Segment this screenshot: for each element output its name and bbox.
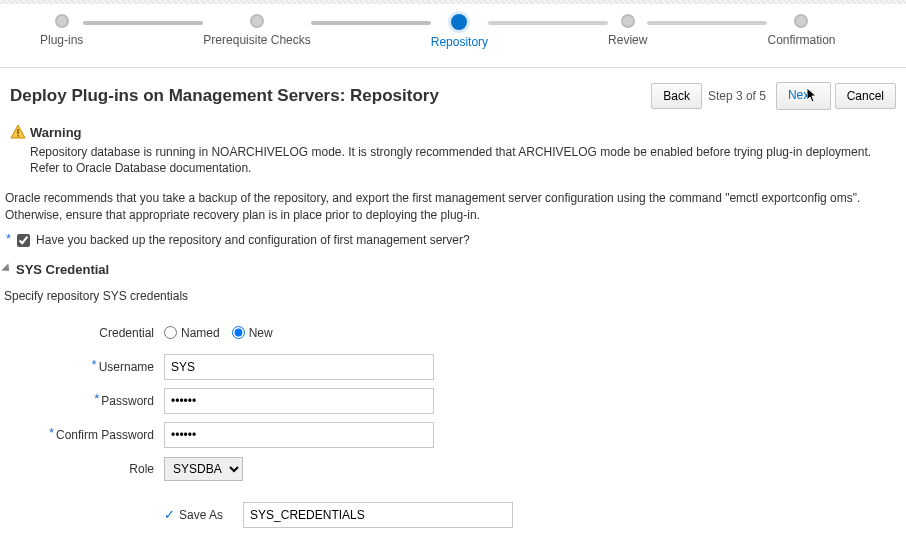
train-step-review[interactable]: Review bbox=[608, 14, 647, 47]
next-button[interactable]: Next bbox=[776, 82, 831, 110]
save-as-label[interactable]: Save As bbox=[179, 508, 223, 522]
step-dot-icon bbox=[55, 14, 69, 28]
wizard-train: Plug-ins Prerequisite Checks Repository … bbox=[0, 4, 906, 68]
warning-text: Repository database is running in NOARCH… bbox=[30, 144, 896, 176]
confirm-password-row: *Confirm Password bbox=[4, 421, 906, 449]
username-input[interactable] bbox=[164, 354, 434, 380]
step-dot-icon bbox=[451, 14, 467, 30]
save-as-input[interactable] bbox=[243, 502, 513, 528]
required-marker: * bbox=[92, 357, 97, 372]
step-dot-icon bbox=[794, 14, 808, 28]
backup-confirm-row: * Have you backed up the repository and … bbox=[0, 229, 906, 258]
page-title: Deploy Plug-ins on Management Servers: R… bbox=[10, 86, 647, 106]
save-as-row: ✓ Save As bbox=[4, 501, 906, 529]
step-label: Plug-ins bbox=[40, 33, 83, 47]
sys-credential-section-header[interactable]: SYS Credential bbox=[0, 258, 906, 281]
credential-form: Credential Named New *Username *Password… bbox=[0, 319, 906, 529]
disclosure-triangle-icon bbox=[1, 264, 12, 275]
confirm-password-label: Confirm Password bbox=[56, 428, 154, 442]
svg-rect-0 bbox=[17, 129, 19, 134]
svg-rect-1 bbox=[17, 135, 19, 137]
role-label: Role bbox=[129, 462, 154, 476]
step-label: Prerequisite Checks bbox=[203, 33, 310, 47]
back-button[interactable]: Back bbox=[651, 83, 702, 109]
credential-new-option[interactable]: New bbox=[232, 326, 273, 340]
required-marker: * bbox=[6, 231, 11, 246]
sys-credential-subtext: Specify repository SYS credentials bbox=[0, 281, 906, 313]
credential-new-radio[interactable] bbox=[232, 326, 245, 339]
train-step-repository[interactable]: Repository bbox=[431, 14, 488, 49]
step-label: Review bbox=[608, 33, 647, 47]
credential-named-option[interactable]: Named bbox=[164, 326, 220, 340]
credential-type-row: Credential Named New bbox=[4, 319, 906, 347]
username-row: *Username bbox=[4, 353, 906, 381]
credential-named-radio[interactable] bbox=[164, 326, 177, 339]
backup-checkbox[interactable] bbox=[17, 234, 30, 247]
train-step-prereq[interactable]: Prerequisite Checks bbox=[203, 14, 310, 47]
role-row: Role SYSDBA bbox=[4, 455, 906, 483]
confirm-password-input[interactable] bbox=[164, 422, 434, 448]
credential-named-label: Named bbox=[181, 326, 220, 340]
warning-icon bbox=[10, 124, 26, 140]
warning-heading: Warning bbox=[30, 125, 82, 140]
step-label: Confirmation bbox=[767, 33, 835, 47]
required-marker: * bbox=[94, 391, 99, 406]
check-icon: ✓ bbox=[164, 507, 175, 522]
step-dot-icon bbox=[250, 14, 264, 28]
train-step-plugins[interactable]: Plug-ins bbox=[40, 14, 83, 47]
backup-checkbox-label: Have you backed up the repository and co… bbox=[36, 233, 470, 247]
step-dot-icon bbox=[621, 14, 635, 28]
credential-label: Credential bbox=[4, 326, 164, 340]
required-marker: * bbox=[49, 425, 54, 440]
train-connector bbox=[83, 21, 203, 25]
page-header: Deploy Plug-ins on Management Servers: R… bbox=[0, 68, 906, 120]
sys-credential-heading: SYS Credential bbox=[16, 262, 109, 277]
cursor-icon bbox=[807, 88, 819, 104]
role-select[interactable]: SYSDBA bbox=[164, 457, 243, 481]
password-label: Password bbox=[101, 394, 154, 408]
train-connector bbox=[311, 21, 431, 25]
recommendation-text: Oracle recommends that you take a backup… bbox=[0, 180, 906, 228]
cancel-button[interactable]: Cancel bbox=[835, 83, 896, 109]
password-input[interactable] bbox=[164, 388, 434, 414]
step-indicator: Step 3 of 5 bbox=[708, 89, 766, 103]
train-connector bbox=[488, 21, 608, 25]
train-connector bbox=[647, 21, 767, 25]
password-row: *Password bbox=[4, 387, 906, 415]
step-label: Repository bbox=[431, 35, 488, 49]
username-label: Username bbox=[99, 360, 154, 374]
train-step-confirmation[interactable]: Confirmation bbox=[767, 14, 835, 47]
credential-new-label: New bbox=[249, 326, 273, 340]
warning-block: Warning Repository database is running i… bbox=[0, 120, 906, 180]
